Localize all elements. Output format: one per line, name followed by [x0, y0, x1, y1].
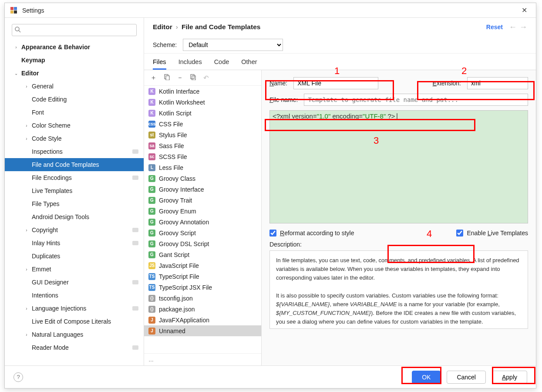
sidebar-item-language-injections[interactable]: ›Language Injections	[5, 302, 144, 315]
sidebar-item-duplicates[interactable]: Duplicates	[5, 250, 144, 263]
template-item-typescript-jsx-file[interactable]: TSTypeScript JSX File	[144, 282, 261, 293]
sidebar-item-label: File Types	[32, 200, 60, 207]
sidebar-item-editor[interactable]: ⌄Editor	[5, 67, 144, 80]
sidebar-item-color-scheme[interactable]: ›Color Scheme	[5, 119, 144, 132]
live-templates-checkbox[interactable]: Enable Live Templates	[456, 230, 528, 237]
add-button[interactable]: ＋	[150, 74, 157, 82]
template-item-groovy-trait[interactable]: GGroovy Trait	[144, 195, 261, 206]
template-item-groovy-script[interactable]: GGroovy Script	[144, 227, 261, 238]
sidebar-item-emmet[interactable]: ›Emmet	[5, 263, 144, 276]
sidebar-item-inlay-hints[interactable]: Inlay Hints	[5, 237, 144, 250]
template-code-editor[interactable]: <?xml version="1.0" encoding="UTF-8" ?>|	[269, 110, 528, 223]
file-type-icon: L	[148, 164, 155, 171]
sidebar-item-file-encodings[interactable]: File Encodings	[5, 171, 144, 184]
file-type-icon: sc	[148, 153, 155, 160]
sidebar-item-keymap[interactable]: Keymap	[5, 54, 144, 67]
template-item-kotlin-script[interactable]: KKotlin Script	[144, 108, 261, 118]
template-item-scss-file[interactable]: scSCSS File	[144, 151, 261, 162]
chevron-icon: ›	[23, 306, 30, 311]
sidebar-item-label: Keymap	[21, 57, 45, 64]
sidebar-item-code-editing[interactable]: Code Editing	[5, 93, 144, 106]
chevron-icon: ›	[13, 45, 20, 50]
extension-label: Extension:	[433, 80, 461, 87]
breadcrumb-root: Editor	[153, 23, 172, 31]
reformat-checkbox[interactable]: Reformat according to style	[269, 230, 354, 237]
template-item-label: JavaScript File	[159, 262, 199, 269]
sidebar-item-label: Code Style	[32, 135, 61, 142]
template-item-groovy-class[interactable]: GGroovy Class	[144, 173, 261, 184]
reset-link[interactable]: Reset	[486, 24, 503, 30]
sidebar-item-code-style[interactable]: ›Code Style	[5, 132, 144, 145]
sidebar-item-android-design-tools[interactable]: Android Design Tools	[5, 210, 144, 223]
template-item-sass-file[interactable]: saSass File	[144, 140, 261, 151]
undo-button[interactable]: ↶	[203, 74, 209, 82]
nav-back-icon[interactable]: ←	[509, 23, 517, 32]
template-item-less-file[interactable]: LLess File	[144, 162, 261, 173]
sidebar-item-label: File and Code Templates	[32, 161, 99, 168]
remove-button[interactable]: －	[177, 74, 183, 82]
template-item-groovy-dsl-script[interactable]: GGroovy DSL Script	[144, 238, 261, 249]
template-item-stylus-file[interactable]: stStylus File	[144, 129, 261, 140]
chevron-icon: ›	[23, 84, 30, 89]
tab-files[interactable]: Files	[153, 58, 166, 70]
template-item-groovy-enum[interactable]: GGroovy Enum	[144, 206, 261, 216]
template-item-typescript-file[interactable]: TSTypeScript File	[144, 271, 261, 282]
file-type-icon: TS	[148, 284, 155, 291]
scheme-select[interactable]: Default	[183, 39, 283, 51]
search-input[interactable]	[12, 24, 137, 36]
sidebar-item-natural-languages[interactable]: ›Natural Languages	[5, 328, 144, 341]
nav-forward-icon[interactable]: →	[519, 23, 527, 32]
sidebar-item-inspections[interactable]: Inspections	[5, 145, 144, 158]
copy-template-button[interactable]	[164, 74, 170, 81]
sidebar-item-live-templates[interactable]: Live Templates	[5, 184, 144, 197]
template-name-input[interactable]	[293, 77, 378, 89]
tab-other[interactable]: Other	[241, 58, 257, 70]
close-button[interactable]: ✕	[518, 4, 531, 16]
ok-button[interactable]: OK	[412, 371, 441, 384]
template-filename-input[interactable]	[304, 94, 528, 106]
sidebar-item-intentions[interactable]: Intentions	[5, 289, 144, 302]
template-list-panel: ＋ － ↶ KKotlin InterfaceKKotlin Worksheet…	[144, 70, 262, 365]
template-item-javascript-file[interactable]: JSJavaScript File	[144, 260, 261, 271]
duplicate-button[interactable]	[190, 74, 196, 81]
apply-button[interactable]: Apply	[492, 371, 527, 384]
dialog-footer: ? OK Cancel Apply	[5, 365, 536, 388]
sidebar-item-copyright[interactable]: ›Copyright	[5, 223, 144, 237]
template-item-gant-script[interactable]: GGant Script	[144, 249, 261, 260]
sidebar-item-file-and-code-templates[interactable]: File and Code Templates	[5, 158, 144, 171]
template-item-package-json[interactable]: {}package.json	[144, 304, 261, 314]
template-extension-input[interactable]	[467, 77, 528, 89]
template-item-unnamed[interactable]: JUnnamed	[144, 325, 261, 336]
sidebar-item-reader-mode[interactable]: Reader Mode	[5, 341, 144, 354]
template-item-label: SCSS File	[159, 153, 187, 160]
file-type-icon: TS	[148, 273, 155, 280]
template-item-tsconfig-json[interactable]: {}tsconfig.json	[144, 293, 261, 304]
template-list: KKotlin InterfaceKKotlin WorksheetKKotli…	[144, 86, 261, 353]
template-item-label: Kotlin Worksheet	[159, 99, 205, 106]
sidebar-item-label: Editor	[21, 70, 39, 77]
sidebar-item-font[interactable]: Font	[5, 106, 144, 119]
template-item-javafxapplication[interactable]: JJavaFXApplication	[144, 314, 261, 325]
cancel-button[interactable]: Cancel	[447, 371, 486, 384]
template-item-groovy-annotation[interactable]: GGroovy Annotation	[144, 216, 261, 227]
sidebar-item-label: Intentions	[32, 292, 58, 299]
description-label: Description:	[269, 241, 528, 248]
template-item-kotlin-interface[interactable]: KKotlin Interface	[144, 86, 261, 97]
template-item-groovy-interface[interactable]: GGroovy Interface	[144, 184, 261, 195]
file-type-icon: G	[148, 186, 155, 193]
sidebar-item-appearance-behavior[interactable]: ›Appearance & Behavior	[5, 41, 144, 54]
tab-includes[interactable]: Includes	[178, 58, 202, 70]
tab-code[interactable]: Code	[214, 58, 229, 70]
sidebar-item-label: Natural Languages	[32, 331, 83, 338]
template-item-css-file[interactable]: cssCSS File	[144, 118, 261, 129]
breadcrumb: Editor › File and Code Templates Reset ←…	[144, 18, 536, 36]
sidebar-item-file-types[interactable]: File Types	[5, 197, 144, 210]
scope-badge-icon	[132, 241, 138, 245]
template-item-kotlin-worksheet[interactable]: KKotlin Worksheet	[144, 97, 261, 108]
sidebar-item-label: Font	[32, 109, 44, 116]
sidebar-item-general[interactable]: ›General	[5, 80, 144, 93]
template-item-label: JavaFXApplication	[159, 317, 209, 324]
sidebar-item-live-edit-of-compose-literals[interactable]: Live Edit of Compose Literals	[5, 315, 144, 328]
sidebar-item-gui-designer[interactable]: GUI Designer	[5, 276, 144, 289]
help-button[interactable]: ?	[13, 372, 23, 382]
